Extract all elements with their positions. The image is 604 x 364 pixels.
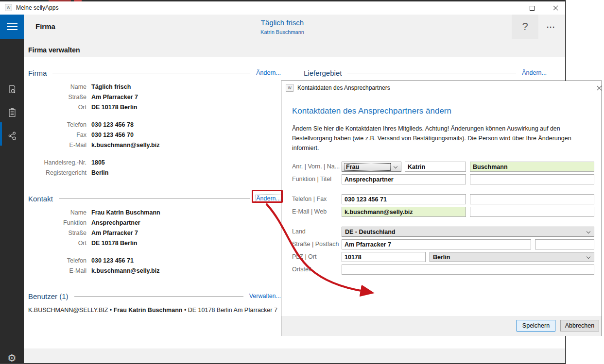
hamburger-icon bbox=[7, 23, 17, 24]
sidebar-item-contracts[interactable] bbox=[0, 78, 24, 101]
label-anrede-vorname-nachname: Anr. | Vorn. | Na... bbox=[292, 163, 340, 170]
field-row: Handelsreg.-Nr.1805 bbox=[28, 157, 281, 167]
divider bbox=[347, 73, 516, 73]
divider bbox=[74, 296, 243, 297]
section-title-liefergebiet: Liefergebiet bbox=[304, 69, 342, 77]
field-row: RegistergerichtBerlin bbox=[28, 167, 281, 178]
section-kontakt: Kontakt Ändern... NameFrau Katrin Buschm… bbox=[28, 194, 281, 276]
field-row: OrtDE 10178 Berlin bbox=[28, 238, 281, 248]
help-button[interactable]: ? bbox=[512, 15, 538, 39]
section-heading: Firma verwalten bbox=[28, 46, 80, 54]
network-share-icon bbox=[7, 131, 17, 141]
fax-input[interactable] bbox=[470, 194, 594, 204]
field-row: FunktionAnsprechpartner bbox=[28, 217, 281, 228]
window-title: Meine sellyApps bbox=[16, 4, 58, 11]
label-strasse-postfach: Straße | Postfach bbox=[292, 241, 339, 248]
minimize-icon bbox=[506, 8, 512, 9]
field-row: StraßeAm Pfarracker 7 bbox=[28, 228, 281, 238]
email-input[interactable] bbox=[342, 207, 466, 217]
status-bar bbox=[24, 348, 565, 363]
nachname-input[interactable] bbox=[470, 162, 594, 172]
label-plz-ort: PLZ | Ort bbox=[292, 253, 316, 260]
label-email-web: E-Mail | Web bbox=[292, 208, 327, 215]
sidebar: ⚙ bbox=[0, 39, 24, 363]
maximize-button[interactable] bbox=[524, 2, 540, 14]
hamburger-menu-button[interactable] bbox=[0, 15, 24, 39]
firma-aendern-link[interactable]: Ändern... bbox=[256, 69, 281, 76]
ort-selected-value: Berlin bbox=[433, 254, 450, 261]
benutzer-verwalten-link[interactable]: Verwalten... bbox=[249, 293, 281, 299]
divider bbox=[59, 199, 250, 199]
label-land: Land bbox=[292, 228, 306, 235]
user-fullname: Frau Katrin Buschmann bbox=[114, 307, 183, 314]
close-button[interactable] bbox=[547, 2, 564, 14]
more-options-button[interactable]: ··· bbox=[538, 15, 564, 39]
titel-input[interactable] bbox=[470, 174, 594, 184]
ortsteil-input[interactable] bbox=[342, 265, 594, 275]
field-row: OrtDE 10178 Berlin bbox=[28, 102, 281, 112]
label-ortsteil: Ortsteil bbox=[292, 266, 311, 273]
dialog-title: Kontaktdaten des Ansprechpartners bbox=[297, 84, 390, 91]
app-icon: w bbox=[5, 4, 12, 11]
anrede-select[interactable]: Frau bbox=[342, 162, 401, 172]
contract-search-icon bbox=[7, 84, 17, 95]
divider bbox=[52, 73, 250, 73]
field-row: Fax030 123 456 70 bbox=[28, 130, 281, 140]
abbrechen-button[interactable]: Abbrechen bbox=[560, 320, 599, 331]
sidebar-item-orders[interactable] bbox=[0, 101, 24, 124]
kontakt-aendern-link[interactable]: Ändern... bbox=[256, 195, 281, 202]
dialog-description: Ändern Sie hier die Kontaktdaten Ihres M… bbox=[292, 124, 598, 153]
app-header: Firma Täglich frisch Katrin Buschmann ? … bbox=[0, 15, 565, 57]
app-icon: w bbox=[286, 84, 293, 92]
clipboard-icon bbox=[7, 107, 17, 118]
anrede-selected-value: Frau bbox=[345, 164, 390, 170]
user-email: K.BUSCHMANN@SELLY.BIZ bbox=[28, 307, 108, 314]
field-row: StraßeAm Pfarracker 7 bbox=[28, 92, 281, 102]
user-name: Katrin Buschmann bbox=[214, 29, 350, 35]
liefergebiet-aendern-link[interactable]: Ändern... bbox=[522, 69, 547, 76]
close-icon bbox=[552, 5, 559, 11]
strasse-input[interactable] bbox=[342, 239, 531, 249]
field-row: E-Mailk.buschmann@selly.biz bbox=[28, 265, 281, 276]
field-row: NameTäglich frisch bbox=[28, 82, 281, 92]
land-selected-value: DE - Deutschland bbox=[345, 229, 396, 235]
company-name: Täglich frisch bbox=[214, 18, 350, 27]
plz-input[interactable] bbox=[342, 252, 426, 262]
chevron-down-icon bbox=[394, 165, 397, 168]
help-icon: ? bbox=[522, 20, 528, 33]
section-title-firma: Firma bbox=[28, 69, 47, 77]
maximize-icon bbox=[530, 6, 535, 11]
section-liefergebiet: Liefergebiet Ändern... bbox=[304, 68, 547, 78]
field-row: NameFrau Katrin Buschmann bbox=[28, 207, 281, 217]
user-list-item: K.BUSCHMANN@SELLY.BIZ • Frau Katrin Busc… bbox=[28, 307, 281, 314]
separator-dot: • bbox=[110, 307, 112, 314]
field-row: Telefon030 123 456 78 bbox=[28, 119, 281, 130]
dialog-titlebar: w Kontaktdaten des Ansprechpartners bbox=[281, 81, 602, 95]
field-row: Telefon030 123 456 71 bbox=[28, 255, 281, 265]
chevron-down-icon bbox=[587, 255, 590, 259]
minimize-button[interactable] bbox=[500, 2, 517, 14]
postfach-input[interactable] bbox=[535, 239, 594, 249]
chevron-down-icon bbox=[587, 230, 590, 233]
land-select[interactable]: DE - Deutschland bbox=[342, 227, 594, 237]
dialog-heading: Kontaktdaten des Ansprechpartners ändern bbox=[292, 106, 451, 116]
separator-dot: • bbox=[184, 307, 186, 314]
speichern-button[interactable]: Speichern bbox=[517, 320, 555, 331]
sidebar-item-network[interactable] bbox=[0, 124, 24, 148]
ort-select[interactable]: Berlin bbox=[430, 252, 594, 262]
account-header: Täglich frisch Katrin Buschmann bbox=[214, 18, 350, 35]
ellipsis-icon: ··· bbox=[547, 23, 555, 31]
web-input[interactable] bbox=[470, 207, 594, 217]
vorname-input[interactable] bbox=[405, 162, 466, 172]
telefon-input[interactable] bbox=[342, 194, 466, 204]
gear-icon: ⚙ bbox=[7, 352, 17, 364]
user-address: DE 10178 Berlin Am Pfarracker 7 bbox=[188, 307, 277, 314]
label-telefon-fax: Telefon | Fax bbox=[292, 196, 327, 202]
kontaktdaten-dialog: w Kontaktdaten des Ansprechpartners Kont… bbox=[281, 81, 602, 336]
section-benutzer: Benutzer (1) Verwalten... K.BUSCHMANN@SE… bbox=[28, 291, 281, 314]
page-title: Firma bbox=[35, 22, 55, 31]
section-title-benutzer: Benutzer (1) bbox=[28, 292, 69, 300]
label-funktion-titel: Funktion | Titel bbox=[292, 176, 331, 182]
funktion-input[interactable] bbox=[342, 174, 466, 184]
sidebar-item-settings[interactable]: ⚙ bbox=[0, 347, 24, 364]
